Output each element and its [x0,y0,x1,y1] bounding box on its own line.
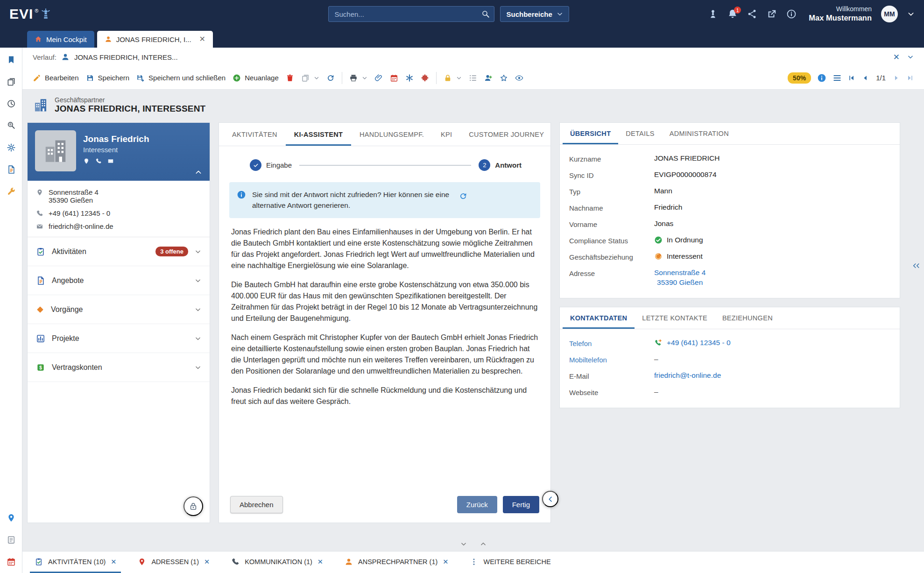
detail-search-icon[interactable] [7,121,16,130]
section-vertragskonten[interactable]: Vertragskonten [28,353,210,382]
phone-link[interactable]: +49 (641) 12345 - 0 [667,339,731,347]
user-avatar[interactable]: MM [881,6,898,22]
section-projekte[interactable]: Projekte [28,324,210,353]
bottom-tab-weitere-bereiche[interactable]: WEITERE BEREICHE [465,552,555,573]
next-page-button[interactable] [893,74,900,82]
phone-forward-icon[interactable] [654,339,663,347]
email-link[interactable]: friedrich@t-online.de [654,371,721,380]
cancel-button[interactable]: Abbrechen [230,496,283,513]
plugin-button[interactable] [421,74,429,82]
report-document-icon[interactable] [7,165,16,174]
discard-dropdown-chevron-icon[interactable] [314,75,319,81]
tab-details[interactable]: DETAILS [618,123,662,144]
collapse-panel-button[interactable] [542,491,558,507]
tab-kpi[interactable]: KPI [432,123,460,146]
bottom-tab-kommunikation[interactable]: KOMMUNIKATION (1) ✕ [226,552,328,573]
verlauf-close-icon[interactable]: ✕ [893,52,900,62]
tab-aktivitaeten[interactable]: AKTIVITÄTEN [224,123,286,146]
chevron-down-icon[interactable] [195,306,201,313]
section-aktivitaeten[interactable]: Aktivitäten 3 offene [28,237,210,266]
edit-button[interactable]: Bearbeiten [33,74,79,82]
close-icon[interactable]: ✕ [443,558,448,566]
save-button[interactable]: Speichern [86,74,130,82]
completeness-badge[interactable]: 50% [788,72,811,84]
numbered-list-button[interactable] [469,74,477,82]
discard-changes-button[interactable] [301,74,310,82]
expand-panel-chevrons[interactable] [911,262,921,269]
tab-uebersicht[interactable]: ÜBERSICHT [563,123,618,144]
copy-pages-icon[interactable] [7,77,16,86]
tab-mein-cockpit[interactable]: Mein Cockpit [27,31,94,48]
info-circle-icon[interactable] [817,73,826,83]
lock-dropdown-chevron-icon[interactable] [456,75,462,81]
tab-kontaktdaten[interactable]: KONTAKTDATEN [563,307,635,329]
user-menu-chevron-icon[interactable] [907,10,915,18]
tab-jonas-friedrich[interactable]: JONAS FRIEDRICH, I... ✕ [97,31,213,48]
regenerate-refresh-icon[interactable] [459,192,467,200]
notes-icon[interactable] [7,535,16,545]
open-external-icon[interactable] [767,9,777,19]
new-record-button[interactable]: Neuanlage [233,74,279,82]
save-and-close-button[interactable]: Speichern und schließen [136,74,226,82]
app-logo[interactable]: EVI ® [9,7,52,21]
chess-piece-icon[interactable] [708,9,718,19]
finish-button[interactable]: Fertig [503,496,539,513]
section-angebote[interactable]: Angebote [28,266,210,295]
chevron-down-icon[interactable] [195,364,201,371]
email-address[interactable]: friedrich@t-online.de [49,222,113,230]
map-marker-icon[interactable] [7,513,16,523]
notifications-bell-icon[interactable]: 1 [727,9,738,19]
add-contact-button[interactable] [484,74,493,82]
tab-ki-assistent[interactable]: KI-ASSISTENT [286,123,351,146]
address-link-line1[interactable]: Sonnenstraße 4 [654,269,705,277]
refresh-button[interactable] [326,74,335,82]
collapse-card-chevron-icon[interactable] [195,169,202,176]
share-icon[interactable] [747,9,757,19]
bottom-tab-aktivitaeten[interactable]: AKTIVITÄTEN (10) ✕ [30,552,121,573]
calendar-button[interactable] [390,74,398,82]
menu-burger-icon[interactable] [832,73,842,83]
tab-letzte-kontakte[interactable]: LETZTE KONTAKTE [635,307,715,329]
help-info-icon[interactable] [786,9,797,19]
close-icon[interactable]: ✕ [204,558,210,566]
verlauf-item[interactable]: JONAS FRIEDRICH, INTERES... [74,53,178,61]
calendar-icon[interactable] [7,557,16,566]
settings-gear-icon[interactable] [7,143,16,152]
chevron-down-icon[interactable] [195,248,201,255]
search-icon[interactable] [481,10,490,18]
lock-button[interactable] [444,74,452,82]
chevron-down-icon[interactable] [195,335,201,342]
tab-close-icon[interactable]: ✕ [199,35,205,43]
tab-administration[interactable]: ADMINISTRATION [662,123,736,144]
print-dropdown-chevron-icon[interactable] [362,75,367,81]
favorite-star-button[interactable] [500,74,508,82]
tab-customer-journey[interactable]: CUSTOMER JOURNEY [460,123,552,146]
last-page-button[interactable] [906,74,914,82]
bottom-tab-ansprechpartner[interactable]: ANSPRECHPARTNER (1) ✕ [340,552,453,573]
search-areas-dropdown[interactable]: Suchbereiche [500,6,569,22]
phone-number[interactable]: +49 (641) 12345 - 0 [49,209,110,217]
lock-record-button[interactable] [183,496,203,516]
history-icon[interactable] [7,99,16,108]
mail-icon[interactable] [107,158,114,164]
first-page-button[interactable] [848,74,855,82]
pin-icon[interactable] [83,158,90,164]
apps-button[interactable] [405,74,414,82]
verlauf-chevron-icon[interactable] [907,54,914,60]
attachment-button[interactable] [374,74,383,82]
print-button[interactable] [349,74,358,82]
search-input[interactable] [328,6,494,22]
watch-eye-button[interactable] [515,74,523,82]
bottom-tab-adressen[interactable]: ADRESSEN (1) ✕ [133,552,214,573]
tab-beziehungen[interactable]: BEZIEHUNGEN [715,307,780,329]
chevron-up-icon[interactable] [480,541,487,547]
section-vorgaenge[interactable]: Vorgänge [28,295,210,324]
back-button[interactable]: Zurück [457,496,497,513]
close-icon[interactable]: ✕ [111,558,116,566]
chevron-down-icon[interactable] [460,541,467,547]
close-icon[interactable]: ✕ [317,558,323,566]
phone-icon[interactable] [95,158,102,164]
bookmarks-icon[interactable] [7,55,16,64]
address-link-line2[interactable]: 35390 Gießen [657,278,703,287]
previous-page-button[interactable] [861,74,869,82]
